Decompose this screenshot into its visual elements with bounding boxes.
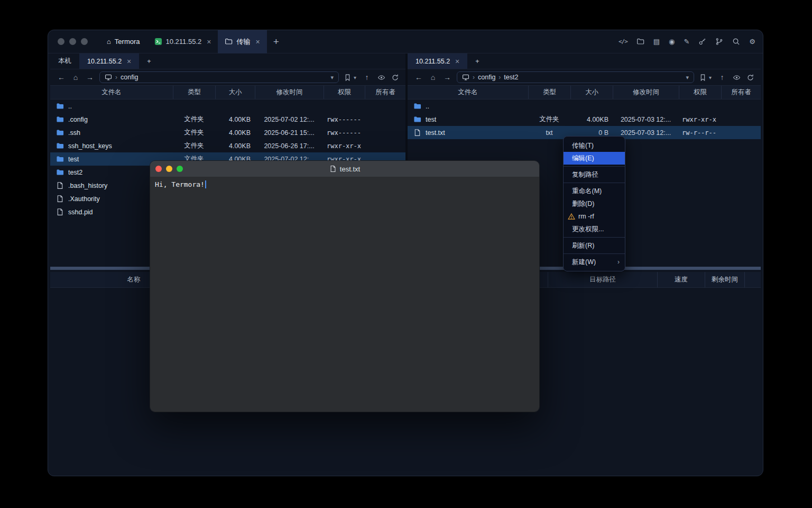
chevron-down-icon[interactable]: ▾: [709, 75, 712, 80]
editor-content[interactable]: Hi, Termora!: [150, 177, 539, 412]
column-header[interactable]: 文件名: [408, 86, 528, 99]
chevron-down-icon[interactable]: ▾: [330, 74, 334, 81]
refresh-icon[interactable]: [746, 74, 754, 81]
key-icon[interactable]: [698, 38, 706, 46]
chevron-down-icon[interactable]: ▾: [686, 74, 689, 81]
context-menu: 传输(T) 编辑(E) 复制路径 重命名(M) 删除(D) rm -rf 更改权…: [563, 136, 625, 271]
column-header[interactable]: 目标路径: [548, 272, 657, 287]
table-row[interactable]: .config 文件夹4.00KB2025-07-02 12:...rwx---…: [50, 113, 405, 126]
editor-window: test.txt Hi, Termora!: [150, 160, 540, 412]
new-pane-tab-button[interactable]: +: [139, 53, 159, 69]
column-header[interactable]: 权限: [679, 86, 721, 99]
tab-transfer[interactable]: 传输 ×: [218, 30, 266, 53]
folder-icon[interactable]: [636, 38, 644, 46]
bookmark-icon[interactable]: [344, 74, 352, 81]
tab-termora-home[interactable]: ⌂ Termora: [99, 30, 147, 53]
home-button[interactable]: ⌂: [428, 73, 438, 81]
show-hidden-eye-icon[interactable]: [733, 74, 741, 81]
termora-window: ⌂ Termora 10.211.55.2 × 传输 × + </> ▤ ◉ ✎…: [48, 30, 763, 476]
breadcrumb-segment[interactable]: config: [121, 74, 138, 81]
folder-icon: [413, 102, 421, 110]
home-icon: ⌂: [107, 38, 111, 46]
editor-text: Hi, Termora!: [155, 180, 205, 188]
tab-local[interactable]: 本机: [50, 53, 79, 69]
bookmark-icon[interactable]: [699, 74, 707, 81]
column-header[interactable]: 剩余时间: [705, 272, 744, 287]
menu-item-rename[interactable]: 重命名(M): [564, 185, 625, 197]
column-header[interactable]: 所有者: [721, 86, 761, 99]
column-header[interactable]: 大小: [215, 86, 255, 99]
refresh-icon[interactable]: [391, 74, 399, 81]
column-header[interactable]: 修改时间: [613, 86, 679, 99]
column-header[interactable]: 修改时间: [255, 86, 324, 99]
file-icon: [56, 208, 64, 216]
computer-icon: [105, 74, 112, 81]
menu-item-copy-path[interactable]: 复制路径: [564, 168, 625, 181]
close-tab-icon[interactable]: ×: [255, 38, 260, 46]
search-icon[interactable]: [732, 38, 740, 46]
code-icon[interactable]: </>: [619, 38, 628, 45]
path-breadcrumb[interactable]: › config › test2 ▾: [457, 71, 694, 83]
left-pane-tabs: 本机 10.211.55.2 × +: [50, 53, 405, 69]
tab-ssh-session[interactable]: 10.211.55.2 ×: [147, 30, 218, 53]
table-row[interactable]: test 文件夹4.00KB2025-07-03 12:...rwxr-xr-x: [408, 113, 761, 126]
minimize-window-button[interactable]: [69, 38, 76, 45]
branch-icon[interactable]: [715, 38, 723, 46]
gear-icon[interactable]: ⚙: [749, 38, 755, 46]
table-row[interactable]: .ssh 文件夹4.00KB2025-06-21 15:...rwx------: [50, 126, 405, 139]
breadcrumb-segment[interactable]: config: [478, 74, 495, 81]
chevron-down-icon[interactable]: ▾: [354, 75, 356, 80]
menu-item-delete[interactable]: 删除(D): [564, 197, 625, 210]
menu-separator: [564, 166, 625, 167]
column-header[interactable]: 文件名: [50, 86, 173, 99]
back-button[interactable]: ←: [57, 73, 66, 81]
menu-item-refresh[interactable]: 刷新(R): [564, 239, 625, 252]
column-header[interactable]: 速度: [657, 272, 705, 287]
record-icon[interactable]: ◉: [669, 38, 675, 46]
zoom-window-button[interactable]: [81, 38, 88, 45]
back-button[interactable]: ←: [414, 73, 423, 81]
journal-icon[interactable]: ▤: [653, 38, 660, 46]
column-header[interactable]: 类型: [173, 86, 215, 99]
menu-item-transfer[interactable]: 传输(T): [564, 139, 625, 152]
forward-button[interactable]: →: [85, 73, 95, 81]
close-window-button[interactable]: [155, 166, 162, 172]
terminal-icon: [154, 38, 162, 46]
parent-directory-button[interactable]: ↑: [717, 73, 727, 81]
pencil-icon[interactable]: ✎: [684, 38, 689, 46]
new-pane-tab-button[interactable]: +: [467, 53, 487, 69]
menu-item-edit[interactable]: 编辑(E): [564, 152, 625, 165]
forward-button[interactable]: →: [442, 73, 452, 81]
column-header[interactable]: 权限: [324, 86, 365, 99]
close-tab-icon[interactable]: ×: [455, 57, 459, 66]
column-header[interactable]: 大小: [570, 86, 613, 99]
menu-item-new[interactable]: 新建(W) ›: [564, 256, 625, 268]
file-icon: [413, 129, 421, 137]
close-tab-icon[interactable]: ×: [127, 57, 131, 66]
window-controls[interactable]: [58, 38, 88, 45]
breadcrumb-segment[interactable]: test2: [504, 74, 518, 81]
tab-remote-right[interactable]: 10.211.55.2 ×: [408, 53, 467, 69]
editor-window-controls[interactable]: [155, 166, 183, 172]
home-button[interactable]: ⌂: [71, 73, 80, 81]
close-tab-icon[interactable]: ×: [207, 38, 211, 46]
warning-icon: [568, 213, 575, 220]
file-icon: [56, 195, 64, 203]
minimize-window-button[interactable]: [166, 166, 172, 172]
folder-icon: [56, 129, 64, 137]
column-header[interactable]: 类型: [528, 86, 570, 99]
parent-directory-button[interactable]: ↑: [362, 73, 372, 81]
zoom-window-button[interactable]: [177, 166, 183, 172]
editor-titlebar[interactable]: test.txt: [150, 161, 539, 177]
column-header[interactable]: 所有者: [365, 86, 405, 99]
close-window-button[interactable]: [58, 38, 64, 45]
show-hidden-eye-icon[interactable]: [377, 74, 385, 81]
menu-item-change-permissions[interactable]: 更改权限...: [564, 223, 625, 235]
new-tab-button[interactable]: +: [267, 36, 285, 48]
path-breadcrumb[interactable]: › config ▾: [99, 71, 339, 83]
table-row[interactable]: ssh_host_keys 文件夹4.00KB2025-06-26 17:...…: [50, 139, 405, 152]
table-row[interactable]: ..: [50, 99, 405, 113]
tab-remote-left[interactable]: 10.211.55.2 ×: [79, 53, 139, 69]
menu-item-rm-rf[interactable]: rm -rf: [564, 210, 625, 223]
table-row[interactable]: ..: [408, 99, 761, 113]
